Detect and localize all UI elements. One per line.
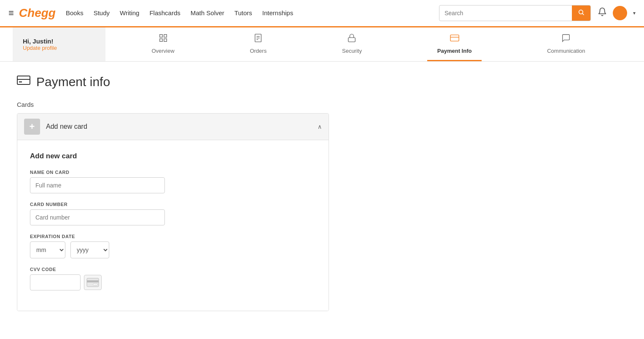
expiry-row: mm 01 02 03 04 05 06 07 08 09 10 11 12 [30,241,316,258]
cvv-card-icon: ··· [84,275,102,290]
account-greeting: Hi, Justin! Update profile [13,27,105,61]
security-icon [347,33,356,45]
name-on-card-label: NAME ON CARD [30,170,316,175]
hamburger-icon[interactable]: ≡ [8,8,14,19]
page-title-row: Payment info [17,74,363,89]
card-header-chevron-icon[interactable]: ∧ [318,123,322,130]
svg-rect-17 [87,280,99,282]
svg-rect-2 [159,35,162,37]
account-nav: Hi, Justin! Update profile Overview [0,27,644,62]
search-bar [439,5,591,21]
section-label: Cards [17,101,363,108]
search-input[interactable] [439,6,572,20]
nav-flashcards[interactable]: Flashcards [149,9,180,16]
card-number-group: CARD NUMBER [30,202,316,225]
name-on-card-group: NAME ON CARD [30,170,316,193]
card-container: + Add new card ∧ Add new card NAME ON CA… [17,113,329,311]
nav-writing[interactable]: Writing [120,9,139,16]
svg-line-1 [582,14,584,15]
cvv-label: CVV CODE [30,267,316,272]
svg-text:···: ··· [94,284,97,286]
account-tabs: Overview Orders Security [105,27,631,61]
nav-books[interactable]: Books [66,9,84,16]
avatar-chevron-icon[interactable]: ▾ [633,10,636,16]
card-number-input[interactable] [30,209,165,225]
svg-rect-10 [348,38,356,42]
card-number-label: CARD NUMBER [30,202,316,207]
nav-math-solver[interactable]: Math Solver [191,9,224,16]
year-select[interactable]: yyyy 2024 2025 2026 2027 2028 2029 2030 [70,241,109,258]
main-content: Payment info Cards + Add new card ∧ Add … [0,62,380,324]
communication-icon [561,33,571,45]
nav-internships[interactable]: Internships [262,9,293,16]
add-card-plus-icon: + [24,119,40,135]
tab-payment-info[interactable]: Payment Info [427,27,482,61]
bell-icon[interactable] [598,7,607,19]
cvv-row: ··· [30,274,316,290]
page-title-icon [17,74,30,89]
tab-payment-info-label: Payment Info [437,48,472,54]
tab-overview[interactable]: Overview [141,27,184,61]
nav-study[interactable]: Study [94,9,110,16]
add-card-form: Add new card NAME ON CARD CARD NUMBER EX… [17,140,329,311]
name-on-card-input[interactable] [30,177,165,193]
month-select[interactable]: mm 01 02 03 04 05 06 07 08 09 10 11 12 [30,241,65,258]
tab-overview-label: Overview [151,48,174,54]
user-avatar[interactable] [613,6,627,20]
nav-links: Books Study Writing Flashcards Math Solv… [66,9,293,17]
nav-tutors[interactable]: Tutors [234,9,252,16]
search-button[interactable] [572,5,590,21]
tab-communication[interactable]: Communication [537,27,595,61]
payment-info-icon [450,33,459,45]
chegg-logo[interactable]: Chegg [19,6,56,20]
card-form-title: Add new card [30,152,316,160]
navbar: ≡ Chegg Books Study Writing Flashcards M… [0,0,644,27]
expiry-label: EXPIRATION DATE [30,234,316,239]
svg-rect-13 [17,76,30,84]
tab-security[interactable]: Security [332,27,372,61]
tab-security-label: Security [342,48,362,54]
add-card-label: Add new card [46,123,318,130]
update-profile-link[interactable]: Update profile [23,45,95,51]
greeting-text: Hi, Justin! [23,38,95,45]
page-title: Payment info [36,75,110,89]
cvv-group: CVV CODE ··· [30,267,316,290]
navbar-icons: ▾ [598,6,636,20]
svg-rect-4 [159,39,162,41]
cvv-input[interactable] [30,274,81,290]
tab-communication-label: Communication [547,48,585,54]
orders-icon [253,33,263,45]
overview-icon [159,33,168,45]
tab-orders[interactable]: Orders [240,27,277,61]
svg-rect-11 [450,35,459,41]
search-icon [578,9,585,16]
svg-rect-3 [164,35,166,37]
tab-orders-label: Orders [250,48,267,54]
add-card-header[interactable]: + Add new card ∧ [17,114,329,140]
expiry-group: EXPIRATION DATE mm 01 02 03 04 05 06 07 … [30,234,316,258]
svg-rect-5 [164,39,166,41]
